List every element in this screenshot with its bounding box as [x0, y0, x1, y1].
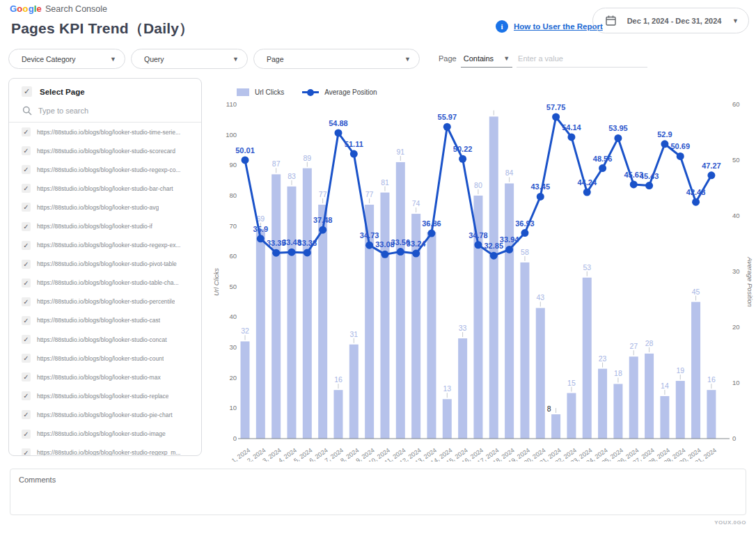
bar-url-clicks[interactable] — [241, 341, 250, 439]
line-point-average-position[interactable] — [677, 152, 684, 160]
page-list-item[interactable]: ✓https://88studio.io/blogs/blog/looker-s… — [9, 386, 201, 405]
line-point-average-position[interactable] — [319, 226, 326, 234]
line-point-average-position[interactable] — [567, 133, 575, 141]
checkbox-checked-icon[interactable]: ✓ — [22, 165, 31, 174]
bar-url-clicks[interactable] — [303, 168, 312, 439]
legend-average-position[interactable]: Average Position — [302, 88, 377, 96]
info-icon[interactable]: i — [496, 20, 508, 33]
line-point-average-position[interactable] — [334, 129, 342, 136]
line-point-average-position[interactable] — [505, 246, 513, 253]
bar-url-clicks[interactable] — [256, 229, 265, 439]
bar-url-clicks[interactable] — [443, 399, 452, 439]
bar-url-clicks[interactable] — [396, 162, 405, 439]
page-list-item[interactable]: ✓https://88studio.io/blogs/blog/looker-s… — [9, 123, 201, 141]
line-point-average-position[interactable] — [599, 164, 606, 172]
line-point-average-position[interactable] — [412, 250, 420, 258]
page-list-item[interactable]: ✓https://88studio.io/blogs/blog/looker-s… — [9, 349, 201, 368]
checkbox-checked-icon[interactable]: ✓ — [22, 430, 31, 439]
line-point-average-position[interactable] — [288, 249, 295, 256]
checkbox-checked-icon[interactable]: ✓ — [22, 391, 31, 400]
bar-url-clicks[interactable] — [629, 356, 638, 439]
line-point-average-position[interactable] — [614, 134, 622, 142]
line-point-average-position[interactable] — [474, 241, 482, 249]
line-point-average-position[interactable] — [272, 249, 280, 257]
bar-url-clicks[interactable] — [707, 390, 716, 439]
condition-value-input[interactable] — [517, 53, 647, 68]
page-list-item[interactable]: ✓https://88studio.io/blogs/blog/looker-s… — [9, 160, 201, 179]
checkbox-checked-icon[interactable]: ✓ — [22, 222, 31, 231]
bar-url-clicks[interactable] — [349, 345, 359, 439]
filter-query[interactable]: Query ▼ — [131, 49, 248, 69]
bar-url-clicks[interactable] — [271, 174, 281, 439]
line-point-average-position[interactable] — [350, 150, 358, 158]
bar-url-clicks[interactable] — [520, 262, 529, 439]
line-point-average-position[interactable] — [692, 198, 700, 206]
page-list-item[interactable]: ✓https://88studio.io/blogs/blog/looker-s… — [9, 368, 201, 386]
page-list-item[interactable]: ✓https://88studio.io/blogs/blog/looker-s… — [9, 292, 201, 311]
bar-url-clicks[interactable] — [645, 354, 654, 439]
line-point-average-position[interactable] — [583, 189, 591, 196]
bar-url-clicks[interactable] — [691, 302, 700, 439]
page-search[interactable]: Type to search — [9, 101, 201, 123]
bar-url-clicks[interactable] — [676, 381, 685, 439]
bar-url-clicks[interactable] — [489, 116, 498, 439]
bar-url-clicks[interactable] — [536, 308, 545, 439]
checkbox-checked-icon[interactable]: ✓ — [22, 203, 31, 212]
line-point-average-position[interactable] — [537, 193, 544, 201]
page-list-item[interactable]: ✓https://88studio.io/blogs/blog/looker-s… — [9, 141, 201, 160]
checkbox-checked-icon[interactable]: ✓ — [22, 354, 31, 363]
line-point-average-position[interactable] — [661, 140, 668, 148]
checkbox-checked-icon[interactable]: ✓ — [22, 410, 31, 419]
checkbox-checked-icon[interactable]: ✓ — [22, 372, 31, 382]
line-point-average-position[interactable] — [365, 242, 373, 249]
checkbox-checked-icon[interactable]: ✓ — [22, 278, 31, 288]
page-list-item[interactable]: ✓https://88studio.io/blogs/blog/looker-s… — [9, 330, 201, 349]
page-list-item[interactable]: ✓https://88studio.io/blogs/blog/looker-s… — [9, 311, 201, 330]
bar-url-clicks[interactable] — [427, 232, 436, 439]
page-list-item[interactable]: ✓https://88studio.io/blogs/blog/looker-s… — [9, 425, 201, 443]
select-page-header[interactable]: ✓ Select Page — [9, 79, 201, 101]
page-list-item[interactable]: ✓https://88studio.io/blogs/blog/looker-s… — [9, 443, 201, 456]
checkbox-checked-icon[interactable]: ✓ — [22, 297, 31, 306]
bar-url-clicks[interactable] — [613, 384, 622, 439]
page-list-item[interactable]: ✓https://88studio.io/blogs/blog/looker-s… — [9, 179, 201, 198]
checkbox-checked-icon[interactable]: ✓ — [22, 241, 31, 250]
checkbox-checked-icon[interactable]: ✓ — [22, 146, 31, 155]
line-point-average-position[interactable] — [304, 249, 311, 256]
page-list-item[interactable]: ✓https://88studio.io/blogs/blog/looker-s… — [9, 274, 201, 292]
bar-url-clicks[interactable] — [505, 183, 514, 439]
line-point-average-position[interactable] — [630, 180, 638, 188]
bar-url-clicks[interactable] — [551, 414, 560, 439]
date-range-picker[interactable]: Dec 1, 2024 - Dec 31, 2024 ▼ — [592, 8, 749, 33]
line-point-average-position[interactable] — [459, 155, 466, 163]
line-point-average-position[interactable] — [552, 113, 560, 121]
page-list-item[interactable]: ✓https://88studio.io/blogs/blog/looker-s… — [9, 255, 201, 274]
line-point-average-position[interactable] — [490, 252, 498, 260]
page-list-item[interactable]: ✓https://88studio.io/blogs/blog/looker-s… — [9, 198, 201, 217]
bar-url-clicks[interactable] — [318, 205, 327, 439]
line-point-average-position[interactable] — [257, 235, 265, 242]
checkbox-checked-icon[interactable]: ✓ — [22, 316, 31, 325]
condition-operator-select[interactable]: Contains ▼ — [461, 53, 512, 68]
checkbox-checked-icon[interactable]: ✓ — [22, 335, 31, 344]
legend-url-clicks[interactable]: Url Clicks — [237, 88, 284, 96]
line-point-average-position[interactable] — [443, 123, 451, 131]
bar-url-clicks[interactable] — [458, 338, 467, 439]
page-list-item[interactable]: ✓https://88studio.io/blogs/blog/looker-s… — [9, 217, 201, 235]
checkbox-checked-icon[interactable]: ✓ — [22, 127, 31, 136]
bar-url-clicks[interactable] — [660, 396, 669, 439]
line-point-average-position[interactable] — [397, 248, 404, 256]
line-point-average-position[interactable] — [645, 182, 653, 189]
line-point-average-position[interactable] — [242, 156, 249, 164]
bar-url-clicks[interactable] — [598, 369, 607, 439]
help-report-link[interactable]: How to User the Report — [514, 22, 603, 31]
checkbox-checked-icon[interactable]: ✓ — [22, 86, 32, 97]
bar-url-clicks[interactable] — [333, 390, 342, 439]
line-point-average-position[interactable] — [427, 230, 435, 237]
comments-box[interactable]: Comments — [10, 469, 746, 515]
page-list-item[interactable]: ✓https://88studio.io/blogs/blog/looker-s… — [9, 405, 201, 424]
bar-url-clicks[interactable] — [380, 193, 389, 439]
bar-url-clicks[interactable] — [583, 278, 592, 439]
bar-url-clicks[interactable] — [567, 393, 576, 439]
bar-url-clicks[interactable] — [287, 187, 296, 439]
